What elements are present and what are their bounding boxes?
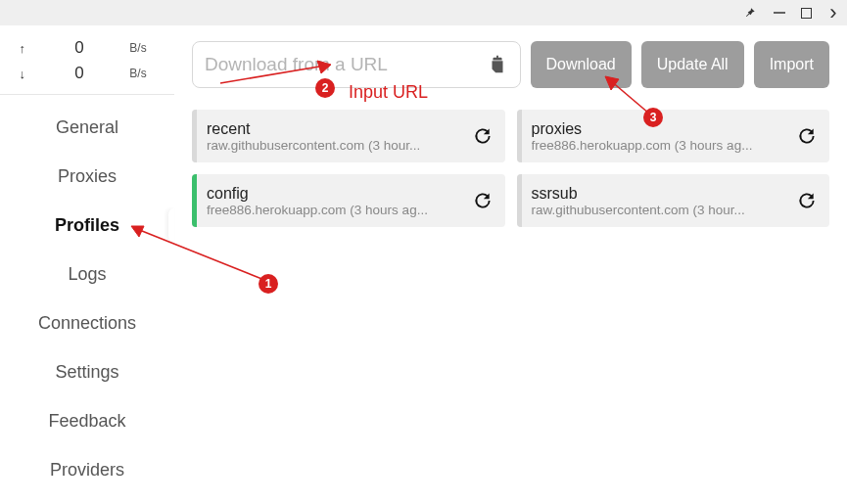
refresh-icon[interactable] (470, 123, 495, 149)
traffic-up-unit: B/s (129, 41, 159, 55)
profile-subtitle: raw.githubusercontent.com (3 hour... (532, 203, 789, 217)
titlebar: › (0, 0, 847, 25)
pin-icon[interactable] (742, 5, 758, 21)
refresh-icon[interactable] (470, 188, 495, 213)
profile-subtitle: free886.herokuapp.com (3 hours ag... (532, 138, 789, 153)
traffic-down: ↓ 0 B/s (0, 61, 174, 86)
nav-item-settings[interactable]: Settings (0, 347, 174, 396)
nav-list: GeneralProxiesProfilesLogsConnectionsSet… (0, 95, 174, 494)
sidebar: ↑ 0 B/s ↓ 0 B/s GeneralProxiesProfilesLo… (0, 25, 174, 504)
url-input[interactable] (205, 54, 479, 75)
nav-item-profiles[interactable]: Profiles (0, 201, 174, 250)
refresh-icon[interactable] (794, 188, 820, 213)
download-button[interactable]: Download (531, 41, 632, 88)
nav-item-logs[interactable]: Logs (0, 250, 174, 298)
profile-title: ssrsub (532, 185, 789, 203)
refresh-icon[interactable] (794, 123, 820, 149)
profile-card[interactable]: configfree886.herokuapp.com (3 hours ag.… (192, 174, 505, 227)
profile-card[interactable]: ssrsubraw.githubusercontent.com (3 hour.… (517, 174, 830, 227)
maximize-button[interactable] (801, 8, 812, 19)
profile-title: proxies (532, 120, 789, 138)
nav-item-connections[interactable]: Connections (0, 298, 174, 347)
paste-icon[interactable] (487, 54, 508, 75)
profile-title: config (207, 185, 464, 203)
profile-card[interactable]: proxiesfree886.herokuapp.com (3 hours ag… (517, 110, 830, 162)
profile-card[interactable]: recentraw.githubusercontent.com (3 hour.… (192, 110, 505, 162)
arrow-down-icon: ↓ (16, 67, 29, 81)
nav-item-proxies[interactable]: Proxies (0, 152, 174, 201)
arrow-up-icon: ↑ (16, 41, 29, 56)
nav-item-general[interactable]: General (0, 103, 174, 152)
profile-grid: recentraw.githubusercontent.com (3 hour.… (192, 110, 829, 227)
minimize-button[interactable] (772, 5, 787, 21)
toolbar: Download Update All Import (192, 41, 829, 88)
traffic-up-value: 0 (60, 38, 99, 58)
traffic-panel: ↑ 0 B/s ↓ 0 B/s (0, 25, 174, 95)
nav-item-providers[interactable]: Providers (0, 445, 174, 494)
import-button[interactable]: Import (754, 41, 829, 88)
update-all-button[interactable]: Update All (641, 41, 744, 88)
traffic-up: ↑ 0 B/s (0, 35, 174, 61)
profile-title: recent (207, 120, 464, 138)
profile-subtitle: raw.githubusercontent.com (3 hour... (207, 138, 464, 153)
profile-subtitle: free886.herokuapp.com (3 hours ag... (207, 203, 464, 217)
traffic-down-value: 0 (60, 64, 99, 83)
url-input-container (192, 41, 521, 88)
nav-item-feedback[interactable]: Feedback (0, 396, 174, 445)
traffic-down-unit: B/s (129, 67, 159, 80)
content-area: Download Update All Import recentraw.git… (174, 25, 847, 504)
overflow-icon[interactable]: › (825, 5, 841, 21)
